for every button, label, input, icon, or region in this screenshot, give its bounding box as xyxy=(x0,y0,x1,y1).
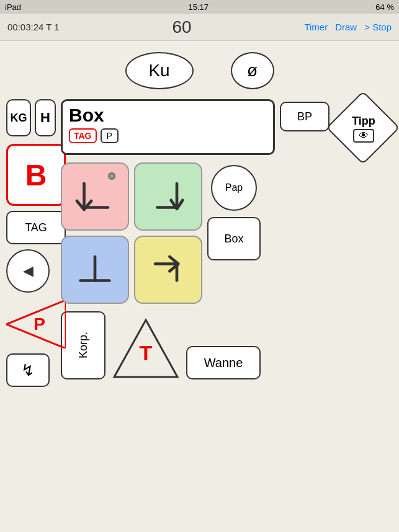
box-panel[interactable]: Box TAG P xyxy=(61,99,275,155)
b-button[interactable]: B xyxy=(6,144,66,206)
kg-h-row: KG H xyxy=(6,99,56,136)
timer-display: 00:03:24 T 1 xyxy=(7,22,60,32)
reverse-l-icon xyxy=(146,175,190,218)
h-button[interactable]: H xyxy=(35,99,56,136)
icon-grid xyxy=(61,162,202,304)
lightning-icon: ↯ xyxy=(21,361,35,380)
t-bottom-icon xyxy=(73,248,117,291)
wanne-button[interactable]: Wanne xyxy=(186,346,261,379)
tag-button[interactable]: TAG xyxy=(6,211,66,244)
phi-oval[interactable]: ø xyxy=(231,52,274,89)
arrow-down-left-icon xyxy=(73,175,117,218)
icon-cell-bottomright[interactable] xyxy=(134,236,202,304)
box-right-button[interactable]: Box xyxy=(207,217,261,260)
bp-button[interactable]: BP xyxy=(280,102,330,131)
top-bar-actions: Timer Draw > Stop xyxy=(304,22,392,32)
stop-button[interactable]: > Stop xyxy=(364,22,392,32)
lightning-button[interactable]: ↯ xyxy=(6,353,50,387)
tag-red-badge[interactable]: TAG xyxy=(69,128,97,143)
count-display: 60 xyxy=(172,17,191,37)
left-column: KG H B TAG ◀ P xyxy=(6,99,56,387)
p-label: P xyxy=(34,314,45,334)
top-ovals-row: Ku ø xyxy=(6,52,393,89)
right-panel: Pap Box xyxy=(207,162,261,304)
icon-cell-bottomleft[interactable] xyxy=(61,236,129,304)
icon-cell-topleft[interactable] xyxy=(61,162,129,231)
grid-and-right: Pap Box xyxy=(61,162,393,304)
kg-button[interactable]: KG xyxy=(6,99,31,136)
triangle-p-button[interactable]: P xyxy=(6,300,66,348)
battery-label: 64 % xyxy=(375,2,394,12)
box-title: Box xyxy=(69,105,267,126)
icon-cell-topright[interactable] xyxy=(134,162,202,231)
korp-label: Korp. xyxy=(77,332,90,358)
angled-arrow-icon xyxy=(146,248,190,291)
bottom-row: Korp. T Wanne xyxy=(61,311,393,379)
time-label: 15:17 xyxy=(188,2,208,12)
main-content: Ku ø KG H B TAG xyxy=(0,41,399,532)
korp-button[interactable]: Korp. xyxy=(61,311,105,379)
pap-button[interactable]: Pap xyxy=(211,165,257,211)
status-bar: iPad 15:17 64 % xyxy=(0,0,399,14)
play-icon: ◀ xyxy=(23,263,34,279)
timer-label[interactable]: Timer xyxy=(304,22,328,32)
center-top-row: Box TAG P BP Tipp xyxy=(61,99,393,157)
center-area: Box TAG P BP Tipp xyxy=(61,99,393,387)
t-triangle-button[interactable]: T xyxy=(112,317,180,379)
draw-label[interactable]: Draw xyxy=(335,22,357,32)
dot-indicator xyxy=(108,172,115,180)
play-circle-button[interactable]: ◀ xyxy=(6,249,50,293)
ku-oval[interactable]: Ku xyxy=(125,52,194,89)
p-badge[interactable]: P xyxy=(101,128,119,143)
t-label: T xyxy=(140,341,153,365)
top-bar: 00:03:24 T 1 60 Timer Draw > Stop xyxy=(0,14,399,41)
ipad-label: iPad xyxy=(5,2,21,12)
tipp-diamond[interactable]: Tipp 👁 xyxy=(334,99,393,157)
